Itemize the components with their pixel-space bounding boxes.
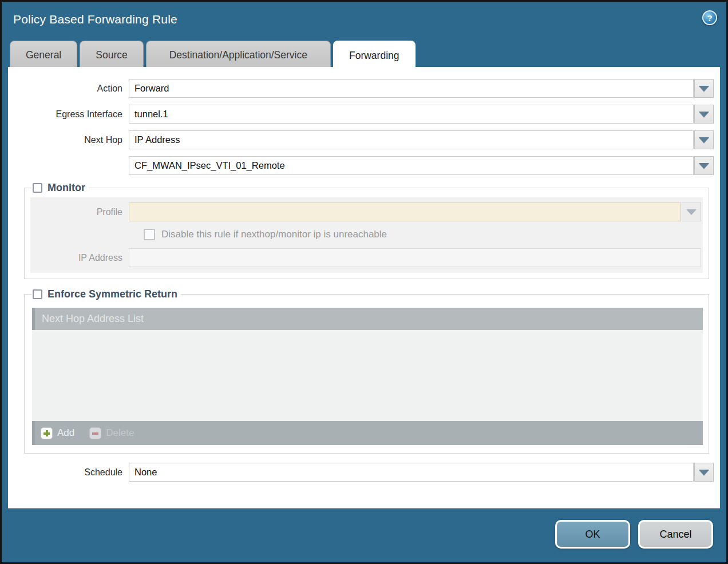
next-hop-row: Next Hop IP Address [14, 130, 714, 149]
action-select[interactable]: Forward [129, 79, 694, 98]
add-button-label: Add [57, 427, 74, 439]
schedule-label: Schedule [14, 467, 129, 478]
action-dropdown-button[interactable] [694, 79, 714, 98]
delete-button-label: Delete [106, 427, 134, 439]
next-hop-address-list-toolbar: Add Delete [32, 421, 703, 445]
action-label: Action [14, 84, 129, 94]
monitor-body: Profile Disable this rule if nexthop/mon… [30, 197, 703, 273]
monitor-legend-label: Monitor [48, 182, 85, 194]
next-hop-address-list-header: Next Hop Address List [32, 308, 703, 330]
dialog-titlebar: Policy Based Forwarding Rule ? [2, 2, 726, 38]
next-hop-type-select[interactable]: IP Address [129, 130, 694, 149]
tab-destination-application-service[interactable]: Destination/Application/Service [146, 41, 331, 69]
forwarding-tab-panel: Action Forward Egress Interface tunnel.1… [8, 67, 720, 509]
chevron-down-icon [699, 137, 709, 143]
monitor-fieldset: Monitor Profile Disable this rule if nex… [24, 182, 709, 279]
monitor-profile-row: Profile [30, 202, 701, 221]
tab-source[interactable]: Source [80, 41, 143, 69]
egress-interface-row: Egress Interface tunnel.1 [14, 105, 714, 124]
symmetric-return-legend-label: Enforce Symmetric Return [48, 288, 177, 300]
next-hop-label: Next Hop [14, 135, 129, 145]
monitor-ip-address-label: IP Address [30, 253, 129, 263]
help-icon[interactable]: ? [702, 10, 717, 25]
monitor-ip-address-row: IP Address [30, 248, 701, 267]
add-button[interactable]: Add [41, 427, 74, 439]
chevron-down-icon [686, 209, 697, 215]
schedule-dropdown-button[interactable] [694, 463, 714, 482]
schedule-row: Schedule None [14, 463, 714, 482]
plus-icon [41, 427, 53, 439]
symmetric-return-fieldset: Enforce Symmetric Return Next Hop Addres… [24, 288, 709, 454]
delete-button: Delete [89, 427, 134, 439]
tab-bar: General Source Destination/Application/S… [10, 41, 418, 69]
chevron-down-icon [699, 86, 709, 92]
disable-rule-row: Disable this rule if nexthop/monitor ip … [144, 229, 701, 240]
monitor-profile-dropdown-button [682, 202, 701, 221]
next-hop-address-list-table: Next Hop Address List Add Delete [32, 308, 703, 445]
monitor-ip-address-input [129, 248, 701, 267]
schedule-select[interactable]: None [129, 463, 694, 482]
symmetric-return-legend: Enforce Symmetric Return [31, 288, 181, 300]
ok-button[interactable]: OK [555, 520, 630, 549]
chevron-down-icon [699, 163, 709, 169]
egress-interface-select[interactable]: tunnel.1 [129, 105, 694, 124]
dialog-title: Policy Based Forwarding Rule [13, 13, 177, 26]
symmetric-return-checkbox[interactable] [33, 289, 42, 299]
monitor-profile-label: Profile [30, 207, 129, 217]
minus-icon [89, 427, 101, 439]
next-hop-address-list-body[interactable] [32, 330, 703, 421]
chevron-down-icon [699, 112, 709, 117]
disable-rule-label: Disable this rule if nexthop/monitor ip … [161, 229, 387, 240]
next-hop-dropdown-button[interactable] [694, 130, 714, 149]
egress-interface-dropdown-button[interactable] [694, 105, 714, 124]
egress-interface-label: Egress Interface [14, 109, 129, 120]
next-hop-address-dropdown-button[interactable] [694, 156, 714, 175]
next-hop-address-row: CF_MWAN_IPsec_VTI_01_Remote [14, 156, 714, 175]
monitor-checkbox[interactable] [33, 183, 42, 193]
tab-forwarding[interactable]: Forwarding [333, 41, 416, 70]
pbf-rule-dialog: Policy Based Forwarding Rule ? General S… [0, 0, 728, 564]
next-hop-address-select[interactable]: CF_MWAN_IPsec_VTI_01_Remote [129, 156, 694, 175]
chevron-down-icon [699, 470, 709, 475]
disable-rule-checkbox [144, 229, 155, 240]
action-row: Action Forward [14, 79, 714, 98]
dialog-footer: OK Cancel [555, 520, 713, 549]
cancel-button[interactable]: Cancel [638, 520, 713, 549]
monitor-legend: Monitor [31, 182, 89, 194]
tab-general[interactable]: General [10, 41, 77, 69]
monitor-profile-select[interactable] [129, 202, 681, 221]
